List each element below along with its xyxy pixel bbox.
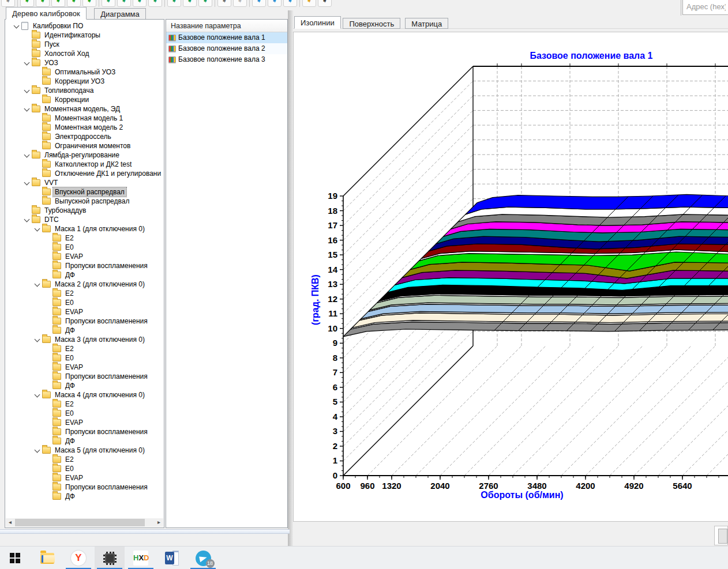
tree-item-label[interactable]: E0 [63,353,76,363]
tree-item-label[interactable]: Оптимальный УОЗ [53,67,117,77]
tree-item[interactable]: Выпускной распредвал [5,197,164,206]
parameter-row[interactable]: Базовое положение вала 2 [166,43,287,54]
tree-item-label[interactable]: Ограничения моментов [53,141,132,150]
tree-item[interactable]: Пуск [5,40,164,49]
tree-item[interactable]: Моментная модель 1 [5,114,164,123]
tree-item-label[interactable]: Коррекции [53,95,91,104]
tree-item[interactable]: E2 [5,455,164,464]
tree-item[interactable]: Топливоподача [5,86,164,95]
view-3-icon[interactable]: ➧ [283,0,297,7]
tree-item-label[interactable]: Катколлектор и ДК2 test [53,160,133,169]
tree-item-label[interactable]: EVAP [63,418,85,427]
tree-item-label[interactable]: Маска 1 (для отключения 0) [53,224,147,233]
tree-item[interactable]: EVAP [5,473,164,483]
tree-item[interactable]: Маска 2 (для отключения 0) [5,280,164,289]
scroll-left-arrow-icon[interactable]: ◂ [6,518,14,527]
tree-item-label[interactable]: Идентификаторы [43,31,102,40]
chevron-down-icon[interactable] [22,178,32,187]
tree-item-label[interactable]: Пропуски воспламенения [63,261,149,270]
dark-icon[interactable]: ➧ [318,0,332,7]
tree-item[interactable]: Пропуски воспламенения [5,316,164,326]
address-hex-input[interactable] [682,0,728,15]
tree-item[interactable]: E2 [5,344,164,353]
parameter-row[interactable]: Базовое положение вала 3 [166,54,287,65]
chart-tab-2[interactable]: Матрица [405,18,448,29]
tree-item-label[interactable]: ДФ [63,326,77,335]
tree-item[interactable]: EVAP [5,252,164,261]
tree-item[interactable]: Пропуски воспламенения [5,427,164,436]
tree-item[interactable]: Пропуски воспламенения [5,372,164,381]
chevron-down-icon[interactable] [33,335,42,344]
chevron-down-icon[interactable] [22,104,32,114]
tree-item[interactable]: EVAP [5,363,164,372]
file-icon[interactable]: ➧ [1,0,15,7]
tree-item[interactable]: Электродроссель [5,132,164,141]
taskbar-hxd-button[interactable]: HXD [126,547,156,569]
tree-item-label[interactable]: E2 [63,233,76,243]
tree-item-label[interactable]: Лямбда-регулирование [43,150,121,160]
tree-item[interactable]: Пропуски воспламенения [5,483,164,492]
tree-item-label[interactable]: ДФ [63,381,77,390]
tree-item[interactable]: Ограничения моментов [5,141,164,150]
partial-scroll-button[interactable] [718,529,727,544]
tree-item[interactable]: E0 [5,353,164,363]
tree-item-label[interactable]: Калибровки ПО [31,21,85,31]
load-1-icon[interactable]: ➧ [20,0,34,7]
chevron-down-icon[interactable] [22,215,32,224]
tree-item[interactable]: Холостой Ход [5,49,164,58]
tree-item-label[interactable]: E2 [63,400,76,409]
tree-item-label[interactable]: ДФ [63,270,77,280]
tree-item-label[interactable]: Маска 2 (для отключения 0) [53,280,147,289]
tree-item[interactable]: VVT [5,178,164,187]
tools-icon[interactable]: ➧ [302,0,316,7]
taskbar-word-button[interactable]: W [157,547,187,569]
tree-item[interactable]: УОЗ [5,58,164,67]
tree-item[interactable]: Маска 1 (для отключения 0) [5,224,164,233]
tree-item-label[interactable]: DTC [43,215,61,224]
tree-item-label[interactable]: Коррекции УОЗ [53,77,106,86]
load-2-icon[interactable]: ➧ [36,0,50,7]
load-4-icon[interactable]: ➧ [67,0,81,7]
chart-tab-0[interactable]: Изолинии [294,16,341,29]
tree-item-label[interactable]: Пропуски воспламенения [63,483,149,492]
chevron-down-icon[interactable] [22,86,32,95]
scrollbar-thumb[interactable] [15,519,145,526]
tree-item-label[interactable]: E0 [63,464,76,473]
tree-item-label[interactable]: EVAP [63,252,85,261]
sync-2-icon[interactable]: ➧ [183,0,197,7]
tree-item[interactable]: Моментная модель, ЭД [5,104,164,114]
tree-item-label[interactable]: E2 [63,344,76,353]
tree-item[interactable]: Маска 3 (для отключения 0) [5,335,164,344]
tree-item[interactable]: ДФ [5,436,164,446]
tree-item-label[interactable]: Впускной распредвал [53,187,126,197]
tree-item-label[interactable]: ДФ [63,436,77,446]
chevron-down-icon[interactable] [33,446,42,455]
tree-item-label[interactable]: Моментная модель, ЭД [43,104,122,114]
tree-item[interactable]: EVAP [5,307,164,316]
tree-item-label[interactable]: VVT [43,178,59,187]
compare-off-icon[interactable]: ➧ [233,0,247,7]
chevron-down-icon[interactable] [12,21,21,31]
tree-item[interactable]: EVAP [5,418,164,427]
tree-item[interactable]: ДФ [5,270,164,280]
tree-item[interactable]: E2 [5,233,164,243]
tree-item-label[interactable]: EVAP [63,363,85,372]
tree-item[interactable]: E2 [5,289,164,298]
tree-item[interactable]: Коррекции УОЗ [5,77,164,86]
save-4-icon[interactable]: ➧ [148,0,162,7]
left-tab-tree[interactable]: Дерево калибровок [6,7,87,20]
taskbar-explorer-button[interactable] [32,547,62,569]
tree-item[interactable]: Маска 5 (для отключения 0) [5,446,164,455]
partial-scroll-control[interactable] [714,526,728,545]
load-5-icon[interactable]: ➧ [82,0,96,7]
tree-item-label[interactable]: E0 [63,243,76,252]
left-tab-diagram[interactable]: Диаграмма [94,8,146,20]
tree-item-label[interactable]: E0 [63,409,76,418]
tree-item-label[interactable]: Пропуски воспламенения [63,427,149,436]
chevron-down-icon[interactable] [22,58,32,67]
tree-item-label[interactable]: Пропуски воспламенения [63,316,149,326]
tree-item[interactable]: Катколлектор и ДК2 test [5,160,164,169]
tree-item-label[interactable]: Выпускной распредвал [53,197,131,206]
tree-item-label[interactable]: EVAP [63,307,85,316]
load-3-icon[interactable]: ➧ [51,0,65,7]
